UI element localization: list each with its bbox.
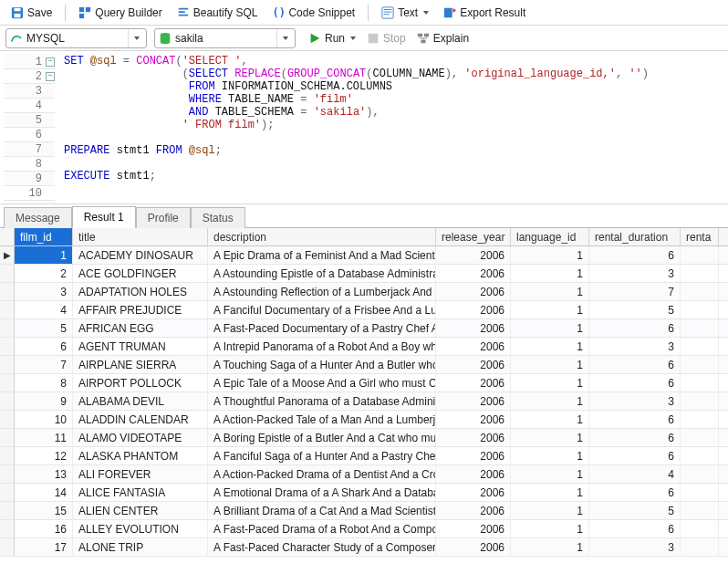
cell[interactable]: 6 bbox=[589, 319, 681, 337]
cell[interactable]: 1 bbox=[511, 520, 589, 537]
cell[interactable]: 1 bbox=[511, 392, 589, 410]
cell[interactable]: 5 bbox=[589, 502, 681, 519]
cell[interactable] bbox=[681, 502, 719, 519]
cell[interactable]: 10 bbox=[15, 411, 73, 428]
cell[interactable]: 2006 bbox=[436, 319, 511, 337]
cell[interactable]: 3 bbox=[589, 265, 681, 282]
cell[interactable]: 1 bbox=[511, 356, 589, 373]
cell[interactable]: 2006 bbox=[436, 374, 511, 391]
col-description[interactable]: description bbox=[208, 228, 436, 245]
cell[interactable] bbox=[681, 484, 719, 501]
cell[interactable]: 1 bbox=[511, 338, 589, 355]
cell[interactable]: A Action-Packed Drama of a Dentist And a… bbox=[208, 465, 436, 483]
cell[interactable] bbox=[681, 319, 719, 337]
chevron-down-icon[interactable] bbox=[128, 29, 142, 47]
stop-button[interactable]: Stop bbox=[361, 30, 411, 47]
tab-message[interactable]: Message bbox=[4, 207, 72, 228]
table-row[interactable]: 8AIRPORT POLLOCKA Epic Tale of a Moose A… bbox=[0, 374, 728, 392]
table-row[interactable]: 17ALONE TRIPA Fast-Paced Character Study… bbox=[0, 538, 728, 557]
cell[interactable]: 1 bbox=[511, 265, 589, 282]
cell[interactable]: A Touching Saga of a Hunter And a Butler… bbox=[208, 356, 436, 373]
cell[interactable]: A Epic Drama of a Feminist And a Mad Sci… bbox=[208, 246, 436, 264]
cell[interactable]: ALONE TRIP bbox=[73, 538, 208, 556]
cell[interactable] bbox=[681, 392, 719, 410]
cell[interactable]: 6 bbox=[589, 447, 681, 464]
code-snippet-button[interactable]: () Code Snippet bbox=[266, 5, 360, 21]
cell[interactable]: ALLEY EVOLUTION bbox=[73, 520, 208, 537]
cell[interactable]: 4 bbox=[589, 465, 681, 483]
cell[interactable]: 4 bbox=[15, 301, 73, 318]
cell[interactable]: AFFAIR PREJUDICE bbox=[73, 301, 208, 318]
cell[interactable] bbox=[681, 465, 719, 483]
table-row[interactable]: 4AFFAIR PREJUDICEA Fanciful Documentary … bbox=[0, 301, 728, 319]
fold-icon[interactable]: − bbox=[46, 72, 55, 81]
cell[interactable]: 6 bbox=[589, 429, 681, 446]
save-button[interactable]: Save bbox=[5, 5, 57, 21]
cell[interactable]: 2006 bbox=[436, 520, 511, 537]
run-button[interactable]: Run bbox=[303, 30, 361, 47]
cell[interactable]: AGENT TRUMAN bbox=[73, 338, 208, 355]
cell[interactable]: 2006 bbox=[436, 283, 511, 300]
cell[interactable]: ACE GOLDFINGER bbox=[73, 265, 208, 282]
cell[interactable]: 1 bbox=[511, 301, 589, 318]
cell[interactable]: 1 bbox=[511, 411, 589, 428]
cell[interactable]: 2006 bbox=[436, 411, 511, 428]
cell[interactable]: 3 bbox=[15, 283, 73, 300]
cell[interactable]: 2006 bbox=[436, 392, 511, 410]
cell[interactable]: A Astounding Reflection of a Lumberjack … bbox=[208, 283, 436, 300]
table-row[interactable]: 15ALIEN CENTERA Brilliant Drama of a Cat… bbox=[0, 502, 728, 520]
cell[interactable]: 1 bbox=[15, 246, 73, 264]
table-row[interactable]: 3ADAPTATION HOLESA Astounding Reflection… bbox=[0, 283, 728, 301]
explain-button[interactable]: Explain bbox=[411, 30, 474, 47]
table-row[interactable]: ▶1ACADEMY DINOSAURA Epic Drama of a Femi… bbox=[0, 246, 728, 265]
cell[interactable]: 1 bbox=[511, 429, 589, 446]
cell[interactable]: 1 bbox=[511, 484, 589, 501]
cell[interactable]: 17 bbox=[15, 538, 73, 556]
chevron-down-icon[interactable] bbox=[276, 29, 291, 47]
cell[interactable]: A Astounding Epistle of a Database Admin… bbox=[208, 265, 436, 282]
cell[interactable]: 1 bbox=[511, 502, 589, 519]
tab-profile[interactable]: Profile bbox=[136, 207, 191, 228]
table-row[interactable]: 9ALABAMA DEVILA Thoughtful Panorama of a… bbox=[0, 392, 728, 411]
cell[interactable]: 1 bbox=[511, 374, 589, 391]
table-row[interactable]: 6AGENT TRUMANA Intrepid Panorama of a Ro… bbox=[0, 338, 728, 356]
cell[interactable]: 1 bbox=[511, 447, 589, 464]
cell[interactable] bbox=[681, 338, 719, 355]
cell[interactable]: 13 bbox=[15, 465, 73, 483]
cell[interactable]: 5 bbox=[589, 301, 681, 318]
cell[interactable]: 2006 bbox=[436, 265, 511, 282]
cell[interactable]: 1 bbox=[511, 283, 589, 300]
export-result-button[interactable]: Export Result bbox=[438, 5, 531, 21]
cell[interactable]: 6 bbox=[589, 484, 681, 501]
cell[interactable]: 6 bbox=[589, 411, 681, 428]
cell[interactable]: A Fanciful Saga of a Hunter And a Pastry… bbox=[208, 447, 436, 464]
cell[interactable]: 14 bbox=[15, 484, 73, 501]
cell[interactable]: 2006 bbox=[436, 447, 511, 464]
table-row[interactable]: 11ALAMO VIDEOTAPEA Boring Epistle of a B… bbox=[0, 429, 728, 447]
col-film-id[interactable]: film_id bbox=[15, 228, 73, 245]
cell[interactable]: 15 bbox=[15, 502, 73, 519]
cell[interactable] bbox=[681, 447, 719, 464]
cell[interactable]: 6 bbox=[589, 246, 681, 264]
col-title[interactable]: title bbox=[73, 228, 208, 245]
cell[interactable] bbox=[681, 429, 719, 446]
cell[interactable]: A Brilliant Drama of a Cat And a Mad Sci… bbox=[208, 502, 436, 519]
cell[interactable]: ALABAMA DEVIL bbox=[73, 392, 208, 410]
cell[interactable]: 2006 bbox=[436, 465, 511, 483]
cell[interactable]: 3 bbox=[589, 338, 681, 355]
database-selector[interactable]: sakila bbox=[154, 28, 296, 48]
cell[interactable]: ALI FOREVER bbox=[73, 465, 208, 483]
cell[interactable]: 2006 bbox=[436, 429, 511, 446]
col-release-year[interactable]: release_year bbox=[436, 228, 511, 245]
cell[interactable]: 16 bbox=[15, 520, 73, 537]
cell[interactable] bbox=[681, 356, 719, 373]
table-row[interactable]: 5AFRICAN EGGA Fast-Paced Documentary of … bbox=[0, 319, 728, 338]
cell[interactable]: 2006 bbox=[436, 484, 511, 501]
cell[interactable]: 3 bbox=[589, 538, 681, 556]
result-grid[interactable]: film_id title description release_year l… bbox=[0, 228, 728, 557]
cell[interactable]: AFRICAN EGG bbox=[73, 319, 208, 337]
cell[interactable]: 2006 bbox=[436, 246, 511, 264]
cell[interactable]: 3 bbox=[589, 392, 681, 410]
cell[interactable]: 5 bbox=[15, 319, 73, 337]
cell[interactable]: A Fast-Paced Character Study of a Compos… bbox=[208, 538, 436, 556]
